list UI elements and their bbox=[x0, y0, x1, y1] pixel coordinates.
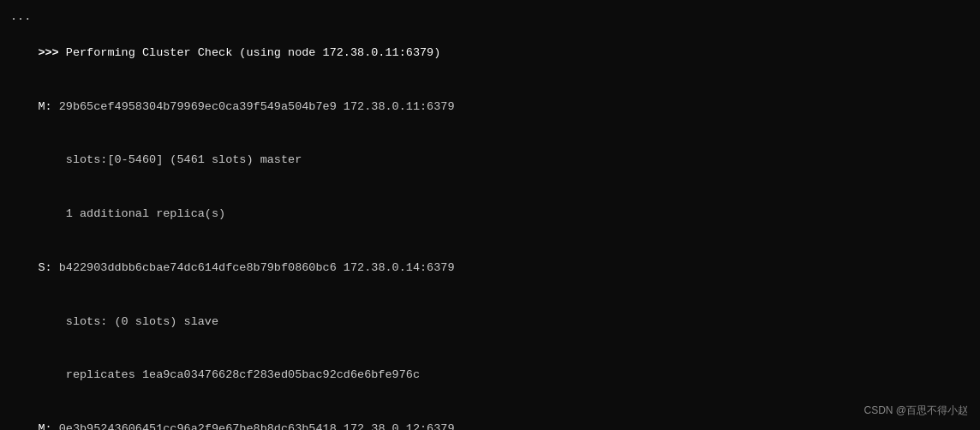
m1-prefix: M: bbox=[38, 100, 58, 113]
m1-slots-text: slots:[0-5460] (5461 slots) master bbox=[38, 153, 302, 166]
watermark: CSDN @百思不得小赵 bbox=[863, 403, 968, 418]
line-performing: >>> Performing Cluster Check (using node… bbox=[10, 27, 970, 81]
line-m1-slots: slots:[0-5460] (5461 slots) master bbox=[10, 134, 970, 188]
line-ellipsis: ... bbox=[10, 9, 970, 27]
prompt-arrow: >>> bbox=[38, 46, 65, 59]
terminal-window: ... >>> Performing Cluster Check (using … bbox=[0, 0, 980, 430]
line-m1-replica: 1 additional replica(s) bbox=[10, 188, 970, 242]
m1-text: 29b65cef4958304b79969ec0ca39f549a504b7e9… bbox=[59, 100, 455, 113]
s1-replicates-text: replicates 1ea9ca03476628cf283ed05bac92c… bbox=[38, 368, 420, 381]
s1-prefix: S: bbox=[38, 261, 58, 274]
line-m2: M: 0e3b95243606451cc96a2f9e67be8b8dc63b5… bbox=[10, 403, 970, 430]
line-s1-replicates: replicates 1ea9ca03476628cf283ed05bac92c… bbox=[10, 349, 970, 403]
s1-slots-text: slots: (0 slots) slave bbox=[38, 315, 218, 328]
performing-text: Performing Cluster Check (using node 172… bbox=[66, 46, 440, 59]
line-s1-slots: slots: (0 slots) slave bbox=[10, 296, 970, 349]
line-m1: M: 29b65cef4958304b79969ec0ca39f549a504b… bbox=[10, 81, 970, 134]
m2-prefix: M: bbox=[38, 422, 58, 430]
m1-replica-text: 1 additional replica(s) bbox=[38, 207, 225, 220]
s1-text: b422903ddbb6cbae74dc614dfce8b79bf0860bc6… bbox=[59, 261, 455, 274]
line-s1: S: b422903ddbb6cbae74dc614dfce8b79bf0860… bbox=[10, 242, 970, 296]
m2-text: 0e3b95243606451cc96a2f9e67be8b8dc63b5418… bbox=[59, 422, 455, 430]
